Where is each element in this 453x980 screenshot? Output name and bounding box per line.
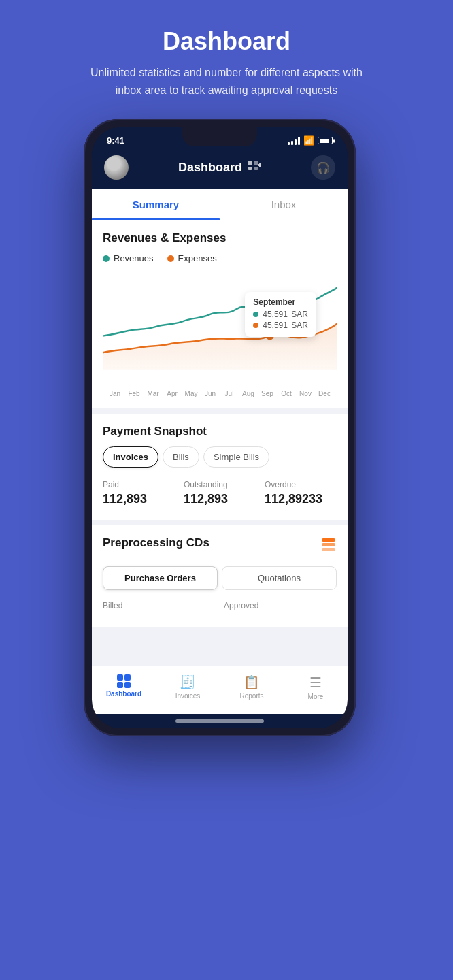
layers-icon bbox=[320, 538, 337, 557]
preprocessing-tab-quotations[interactable]: Quotations bbox=[222, 566, 337, 590]
page-title: Dashboard bbox=[84, 27, 369, 56]
preprocessing-tab-po[interactable]: Purchase Orders bbox=[103, 566, 218, 590]
home-indicator bbox=[92, 714, 348, 728]
preprocessing-title: Preprocessing CDs bbox=[103, 536, 209, 550]
svg-rect-1 bbox=[254, 161, 258, 165]
payment-tab-simple-bills[interactable]: Simple Bills bbox=[203, 446, 269, 468]
chart-legend: Revenues Expenses bbox=[103, 253, 337, 263]
revenues-title: Revenues & Expenses bbox=[103, 231, 337, 245]
tooltip-expenses-value: 45,591 SAR bbox=[263, 321, 308, 330]
battery-icon bbox=[318, 137, 333, 144]
stat-outstanding-value: 112,893 bbox=[184, 492, 248, 506]
legend-expenses: Expenses bbox=[167, 253, 217, 263]
preprocessing-stat-billed: Billed bbox=[103, 598, 216, 616]
time-display: 9:41 bbox=[107, 135, 124, 146]
stat-overdue: Overdue 112,89233 bbox=[256, 477, 337, 509]
svg-rect-0 bbox=[248, 161, 252, 165]
nav-reports[interactable]: 📋 Reports bbox=[220, 672, 284, 703]
x-label-nov: Nov bbox=[296, 390, 315, 397]
bottom-nav: Dashboard 🧾 Invoices 📋 Reports ☰ More bbox=[92, 666, 348, 714]
x-label-aug: Aug bbox=[239, 390, 258, 397]
tooltip-expenses: 45,591 SAR bbox=[253, 321, 308, 330]
nav-more-label: More bbox=[308, 693, 324, 700]
phone-notch bbox=[182, 127, 257, 146]
payment-tabs: Invoices Bills Simple Bills bbox=[103, 446, 337, 468]
stat-paid: Paid 112,893 bbox=[103, 477, 175, 509]
dashboard-icon bbox=[117, 674, 131, 688]
nav-invoices[interactable]: 🧾 Invoices bbox=[156, 672, 220, 703]
nav-dashboard[interactable]: Dashboard bbox=[92, 672, 156, 703]
phone-inner: 9:41 📶 bbox=[92, 127, 348, 728]
page-subtitle: Unlimited statistics and number for diff… bbox=[84, 64, 369, 99]
app-title-area: Dashboard bbox=[178, 161, 261, 175]
chart-area: September 45,591 SAR bbox=[103, 272, 337, 387]
payment-tab-invoices[interactable]: Invoices bbox=[103, 446, 158, 468]
nav-reports-label: Reports bbox=[239, 692, 263, 700]
add-users-icon[interactable] bbox=[248, 161, 261, 174]
preprocessing-tabs: Purchase Orders Quotations bbox=[103, 566, 337, 590]
preprocessing-header: Preprocessing CDs bbox=[103, 536, 337, 558]
x-label-jul: Jul bbox=[220, 390, 239, 397]
nav-invoices-label: Invoices bbox=[175, 692, 201, 700]
x-label-jan: Jan bbox=[105, 390, 124, 397]
tooltip-month: September bbox=[253, 297, 308, 307]
x-label-may: May bbox=[182, 390, 201, 397]
revenues-dot bbox=[103, 255, 110, 262]
x-label-dec: Dec bbox=[315, 390, 334, 397]
preprocessing-stats-row: Billed Approved bbox=[103, 598, 337, 616]
headset-icon: 🎧 bbox=[316, 161, 330, 174]
nav-more[interactable]: ☰ More bbox=[284, 672, 348, 703]
x-label-sep: Sep bbox=[258, 390, 277, 397]
payment-tab-bills[interactable]: Bills bbox=[163, 446, 199, 468]
payment-stats: Paid 112,893 Outstanding 112,893 Overdue… bbox=[103, 477, 337, 509]
nav-dashboard-label: Dashboard bbox=[106, 690, 141, 698]
stat-paid-label: Paid bbox=[103, 480, 167, 489]
x-label-apr: Apr bbox=[163, 390, 182, 397]
tab-inbox[interactable]: Inbox bbox=[220, 189, 348, 220]
svg-rect-4 bbox=[248, 167, 252, 170]
stat-overdue-label: Overdue bbox=[265, 480, 329, 489]
phone-frame: 9:41 📶 bbox=[84, 119, 356, 736]
payment-title: Payment Snapshot bbox=[103, 425, 337, 438]
revenues-section: Revenues & Expenses Revenues Expenses bbox=[92, 220, 348, 408]
x-label-mar: Mar bbox=[144, 390, 163, 397]
invoices-icon: 🧾 bbox=[180, 674, 196, 690]
x-label-feb: Feb bbox=[124, 390, 144, 397]
reports-icon: 📋 bbox=[244, 674, 260, 690]
preprocessing-stat-approved: Approved bbox=[216, 598, 337, 616]
x-label-jun: Jun bbox=[201, 390, 220, 397]
x-label-oct: Oct bbox=[277, 390, 296, 397]
page-header: Dashboard Unlimited statistics and numbe… bbox=[84, 27, 369, 99]
more-icon: ☰ bbox=[309, 674, 322, 691]
stat-paid-value: 112,893 bbox=[103, 492, 167, 506]
app-header: Dashboard 🎧 bbox=[92, 150, 348, 189]
page-wrapper: Dashboard Unlimited statistics and numbe… bbox=[84, 27, 369, 736]
app-title: Dashboard bbox=[178, 161, 242, 175]
payment-section: Payment Snapshot Invoices Bills Simple B… bbox=[92, 414, 348, 520]
stat-outstanding-label: Outstanding bbox=[184, 480, 248, 489]
tooltip-revenues-value: 45,591 SAR bbox=[263, 310, 308, 319]
expenses-dot bbox=[167, 255, 174, 262]
stat-outstanding: Outstanding 112,893 bbox=[175, 477, 256, 509]
avatar[interactable] bbox=[104, 155, 129, 180]
signal-icon bbox=[288, 137, 300, 145]
tooltip-revenues: 45,591 SAR bbox=[253, 310, 308, 319]
stat-overdue-value: 112,89233 bbox=[265, 492, 329, 506]
svg-rect-8 bbox=[322, 548, 335, 551]
legend-revenues: Revenues bbox=[103, 253, 154, 263]
wifi-icon: 📶 bbox=[303, 135, 314, 146]
tab-summary[interactable]: Summary bbox=[92, 189, 220, 220]
chart-x-labels: Jan Feb Mar Apr May Jun Jul Aug Sep Oct … bbox=[103, 390, 337, 397]
home-bar bbox=[175, 719, 264, 723]
svg-rect-5 bbox=[254, 167, 258, 170]
status-icons: 📶 bbox=[288, 135, 333, 146]
screen-content: Summary Inbox Revenues & Expenses Revenu… bbox=[92, 189, 348, 666]
headset-button[interactable]: 🎧 bbox=[311, 155, 335, 180]
main-tabs: Summary Inbox bbox=[92, 189, 348, 220]
svg-rect-7 bbox=[322, 543, 335, 546]
svg-rect-6 bbox=[322, 538, 335, 542]
preprocessing-section: Preprocessing CDs Purchase Orders bbox=[92, 525, 348, 627]
chart-tooltip: September 45,591 SAR bbox=[245, 292, 316, 337]
svg-rect-3 bbox=[258, 164, 261, 166]
